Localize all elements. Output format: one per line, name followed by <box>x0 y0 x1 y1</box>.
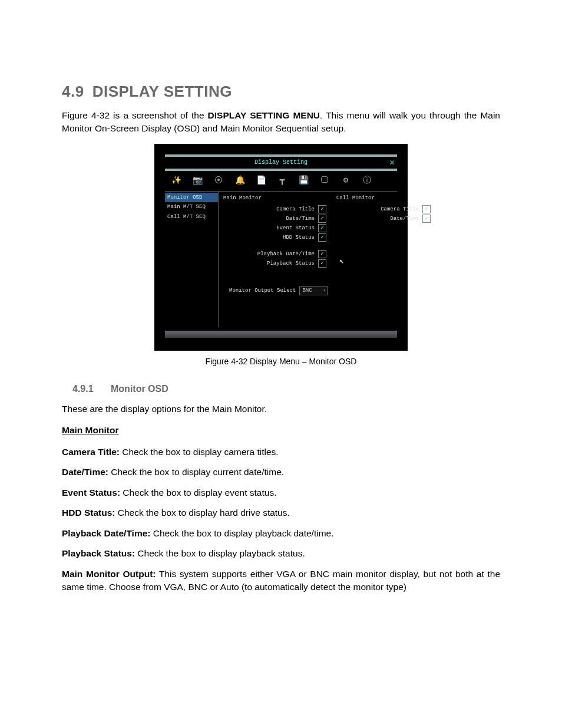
network-icon[interactable]: ┳ <box>276 174 289 186</box>
row-label: Playback Status <box>267 261 315 266</box>
definition-term: Event Status: <box>62 487 120 498</box>
checkbox-call-date-time[interactable]: ✓ <box>422 215 431 223</box>
system-icon[interactable]: ⚙ <box>339 174 352 186</box>
definition-text: Check the box to display hard drive stat… <box>115 508 289 518</box>
main-monitor-header: Main Monitor <box>223 195 326 201</box>
row-label: Event Status <box>276 225 315 231</box>
toolbar: ✨ 📷 ⦿ 🔔 📄 ┳ 💾 🖵 ⚙ ⓘ <box>165 171 397 192</box>
checkbox-date-time[interactable]: ✓ <box>318 215 326 223</box>
row-label: Camera Title <box>381 206 419 212</box>
subsection-heading: 4.9.1Monitor OSD <box>72 384 500 394</box>
call-monitor-header: Call Monitor <box>336 195 431 201</box>
intro-prefix: Figure 4-32 is a screenshot of the <box>62 110 208 120</box>
definition-term: HDD Status: <box>62 508 115 518</box>
intro-paragraph: Figure 4-32 is a screenshot of the DISPL… <box>62 109 500 136</box>
definition-item: HDD Status: Check the box to display har… <box>62 506 500 519</box>
checkbox-call-camera-title[interactable]: ✓ <box>422 205 431 213</box>
close-icon[interactable]: ✕ <box>389 157 395 168</box>
definition-text: Check the box to display current date/ti… <box>108 467 284 477</box>
definition-term: Main Monitor Output: <box>62 569 156 579</box>
section-heading: 4.9DISPLAY SETTING <box>62 83 500 101</box>
checkbox-camera-title[interactable]: ✓ <box>318 205 326 213</box>
drive-icon[interactable]: 💾 <box>297 174 310 186</box>
cursor-icon: ↖ <box>339 256 344 266</box>
alarm-icon[interactable]: 🔔 <box>233 174 246 186</box>
wizard-icon[interactable]: ✨ <box>170 174 183 186</box>
group-header-text: Main Monitor <box>62 425 118 435</box>
sidebar-item-monitor-osd[interactable]: Monitor OSD <box>165 193 218 202</box>
definition-text: Check the box to display playback date/t… <box>150 528 333 538</box>
window-footer-bar <box>165 331 397 338</box>
sidebar-item-main-seq[interactable]: Main M/T SEQ <box>165 202 218 212</box>
file-icon[interactable]: 📄 <box>254 174 267 186</box>
definition-text: Check the box to display playback status… <box>135 548 305 558</box>
row-label: HDD Status <box>283 235 315 241</box>
subsection-intro: These are the display options for the Ma… <box>62 403 500 416</box>
checkbox-playback-status[interactable]: ✓ <box>318 259 326 268</box>
definition-term: Camera Title: <box>62 447 120 457</box>
definition-item: Date/Time: Check the box to display curr… <box>62 466 500 479</box>
definitions-list: Camera Title: Check the box to display c… <box>62 446 500 594</box>
definition-term: Playback Status: <box>62 548 135 558</box>
row-label: Date/Time <box>390 216 419 222</box>
definition-item: Event Status: Check the box to display e… <box>62 486 500 499</box>
monitor-output-select[interactable]: BNC <box>299 286 328 295</box>
record-icon[interactable]: ⦿ <box>212 174 225 186</box>
row-label: Camera Title <box>276 206 315 212</box>
monitor-output-label: Monitor Output Select <box>229 288 296 294</box>
settings-panel: Main Monitor Camera Title✓ Date/Time✓ Ev… <box>219 192 397 327</box>
definition-text: Check the box to display event status. <box>120 487 276 498</box>
definition-item: Playback Status: Check the box to displa… <box>62 547 500 560</box>
subsection-title: Monitor OSD <box>111 384 168 394</box>
section-title: DISPLAY SETTING <box>92 83 232 100</box>
definition-term: Date/Time: <box>62 467 108 477</box>
info-icon[interactable]: ⓘ <box>361 174 373 186</box>
intro-bold: DISPLAY SETTING MENU <box>208 110 320 120</box>
camera-icon[interactable]: 📷 <box>191 174 204 186</box>
row-label: Playback Date/Time <box>257 251 315 257</box>
definition-term: Playback Date/Time: <box>62 528 150 538</box>
figure-caption: Figure 4-32 Display Menu – Monitor OSD <box>62 357 500 366</box>
checkbox-playback-date[interactable]: ✓ <box>318 250 326 258</box>
sidebar-item-call-seq[interactable]: Call M/T SEQ <box>165 212 218 222</box>
definition-item: Playback Date/Time: Check the box to dis… <box>62 527 500 540</box>
definition-item: Main Monitor Output: This system support… <box>62 568 500 594</box>
sidebar: Monitor OSD Main M/T SEQ Call M/T SEQ <box>165 192 219 327</box>
row-label: Date/Time <box>286 216 315 222</box>
definition-text: Check the box to display camera titles. <box>120 447 279 457</box>
screenshot-figure: Display Setting ✕ ✨ 📷 ⦿ 🔔 📄 ┳ 💾 🖵 ⚙ ⓘ Mo… <box>154 144 408 351</box>
checkbox-hdd-status[interactable]: ✓ <box>318 233 326 242</box>
section-number: 4.9 <box>62 83 84 100</box>
definition-item: Camera Title: Check the box to display c… <box>62 446 500 459</box>
group-header: Main Monitor <box>62 424 500 437</box>
display-icon[interactable]: 🖵 <box>318 174 331 186</box>
window-title: Display Setting <box>254 159 308 166</box>
subsection-number: 4.9.1 <box>72 384 111 394</box>
checkbox-event-status[interactable]: ✓ <box>318 224 326 232</box>
